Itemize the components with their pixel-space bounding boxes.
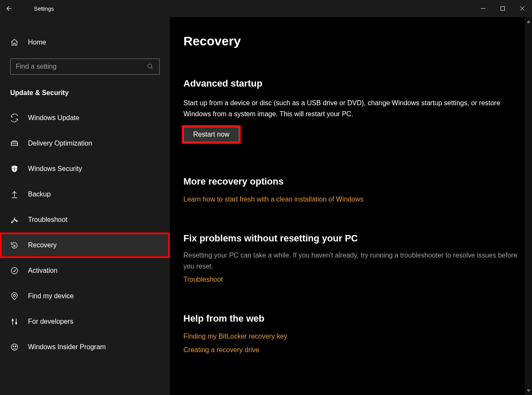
page-title: Recovery [183,34,532,48]
sidebar-item-troubleshoot[interactable]: Troubleshoot [0,207,170,233]
settings-window: Settings Home [0,0,532,395]
sidebar-item-windows-security[interactable]: Windows Security [0,156,170,182]
sidebar-item-label: Windows Update [28,114,79,122]
sidebar-item-label: Find my device [28,292,74,300]
titlebar: Settings [0,0,532,17]
close-button[interactable] [512,0,532,17]
minimize-icon [481,6,486,11]
sidebar-item-for-developers[interactable]: For developers [0,309,170,334]
insider-icon [10,343,19,351]
home-icon [10,38,19,47]
sidebar-item-label: Windows Insider Program [28,343,106,351]
delivery-icon [10,139,19,148]
advanced-startup-heading: Advanced startup [183,78,519,89]
location-icon [10,292,19,300]
sidebar: Home Update & Security Windows Update [0,17,170,395]
sidebar-item-label: Activation [28,267,57,275]
section-fix-problems: Fix problems without resetting your PC R… [183,233,519,283]
sidebar-item-label: Delivery Optimization [28,140,92,147]
svg-point-16 [11,344,18,350]
help-web-heading: Help from the web [183,313,519,324]
home-label: Home [28,39,46,46]
sidebar-item-find-my-device[interactable]: Find my device [0,283,170,309]
sidebar-item-label: Backup [28,190,51,198]
close-icon [520,6,525,11]
sidebar-item-delivery-optimization[interactable]: Delivery Optimization [0,131,170,156]
window-controls [473,0,532,17]
search-wrap [0,59,170,75]
sidebar-item-label: Windows Security [28,165,82,173]
shield-icon [10,165,19,173]
svg-rect-1 [501,7,505,11]
category-heading: Update & Security [0,83,170,105]
sidebar-item-windows-update[interactable]: Windows Update [0,105,170,131]
troubleshoot-link[interactable]: Troubleshoot [183,276,223,283]
maximize-icon [500,6,505,11]
window-title: Settings [34,6,54,12]
advanced-startup-text: Start up from a device or disc (such as … [183,98,519,119]
scrollbar[interactable] [525,17,532,395]
back-button[interactable] [0,0,17,17]
main-content: Recovery Advanced startup Start up from … [170,17,532,395]
recovery-drive-link[interactable]: Creating a recovery drive [183,346,259,354]
start-fresh-link[interactable]: Learn how to start fresh with a clean in… [183,196,363,203]
recovery-icon [10,241,19,249]
svg-point-9 [14,245,15,247]
arrow-left-icon [5,5,12,12]
scroll-up-arrow-icon[interactable] [525,18,532,25]
backup-icon [10,190,19,199]
scroll-down-arrow-icon[interactable] [525,387,532,394]
fix-problems-text: Resetting your PC can take a while. If y… [183,250,519,272]
home-button[interactable]: Home [0,30,170,55]
svg-point-10 [11,268,18,274]
svg-point-11 [14,294,16,297]
more-recovery-heading: More recovery options [183,176,519,187]
fix-problems-heading: Fix problems without resetting your PC [183,233,519,244]
section-more-recovery: More recovery options Learn how to start… [183,176,519,203]
sidebar-item-label: For developers [28,318,73,325]
restart-now-button[interactable]: Restart now [183,127,239,142]
checkmark-circle-icon [10,266,19,275]
sidebar-item-windows-insider[interactable]: Windows Insider Program [0,334,170,360]
developer-icon [10,317,19,326]
section-advanced-startup: Advanced startup Start up from a device … [183,78,519,142]
svg-point-17 [13,346,14,347]
bitlocker-link[interactable]: Finding my BitLocker recovery key [183,333,287,340]
sidebar-item-activation[interactable]: Activation [0,258,170,283]
svg-point-18 [15,346,16,347]
section-help-web: Help from the web Finding my BitLocker r… [183,313,519,354]
wrench-icon [10,216,19,224]
sidebar-item-label: Troubleshoot [28,216,68,224]
minimize-button[interactable] [473,0,493,17]
sidebar-item-backup[interactable]: Backup [0,182,170,207]
sidebar-item-recovery[interactable]: Recovery [0,233,170,258]
sidebar-item-label: Recovery [28,241,57,249]
sync-icon [10,114,19,122]
search-input[interactable] [10,59,160,75]
maximize-button[interactable] [493,0,512,17]
